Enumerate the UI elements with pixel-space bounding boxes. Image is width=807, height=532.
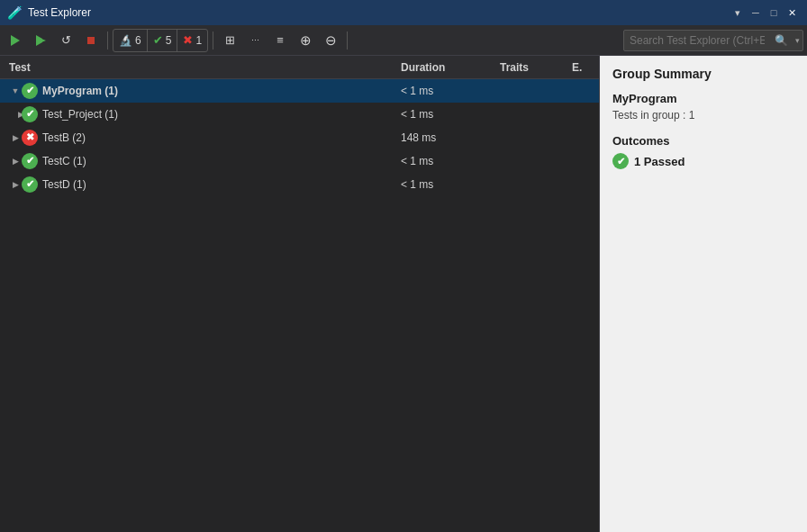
summary-outcome-item: ✔ 1 Passed: [612, 153, 794, 169]
status-icon-passed: ✔: [22, 106, 38, 122]
expand-icon[interactable]: ▼: [9, 85, 22, 97]
test-name: TestC (1): [42, 155, 401, 167]
table-row[interactable]: ▶ ✔ TestC (1) < 1 ms: [0, 149, 599, 173]
table-row[interactable]: ▶ ✖ TestB (2) 148 ms: [0, 126, 599, 149]
toolbar: ↺ 🔬 6 ✔ 5 ✖ 1 ⊞ ⋯ ≡ ⊕ ⊖: [0, 25, 807, 56]
test-panel: Test Duration Traits E. ▼ ✔ MyProgram (1…: [0, 56, 600, 532]
outcome-passed-text: 1 Passed: [634, 155, 685, 168]
search-icon-button[interactable]: 🔍: [770, 34, 793, 47]
search-box: 🔍 ▾: [623, 30, 803, 51]
svg-marker-0: [11, 35, 20, 46]
separator-1: [107, 32, 108, 50]
stop-button[interactable]: [79, 29, 103, 52]
expand-icon[interactable]: ▶: [9, 131, 22, 144]
col-header-duration: Duration: [401, 61, 500, 74]
test-duration: 148 ms: [401, 131, 500, 144]
remove-button[interactable]: ⊖: [319, 29, 342, 52]
main-content: Test Duration Traits E. ▼ ✔ MyProgram (1…: [0, 56, 807, 532]
col-header-test: Test: [0, 61, 401, 74]
minimize-button[interactable]: ─: [748, 5, 764, 21]
total-count: 6: [135, 34, 141, 47]
maximize-button[interactable]: □: [766, 5, 782, 21]
flask-icon: 🔬: [119, 34, 132, 47]
table-row[interactable]: ▶ ✔ Test_Project (1) < 1 ms: [0, 103, 599, 126]
status-icon-passed: ✔: [22, 83, 38, 99]
test-duration: < 1 ms: [401, 108, 500, 121]
status-icon-failed: ✖: [22, 130, 38, 146]
test-name: TestB (2): [42, 131, 401, 144]
passed-icon: ✔: [153, 33, 163, 47]
run-all-button[interactable]: [4, 29, 27, 52]
col-header-e: E.: [572, 61, 599, 74]
expand-icon[interactable]: ▶: [9, 155, 22, 167]
test-name: Test_Project (1): [42, 108, 401, 121]
dropdown-arrow-btn[interactable]: ▾: [730, 5, 746, 21]
title-bar-left: 🧪 Test Explorer: [7, 5, 91, 20]
table-row[interactable]: ▼ ✔ MyProgram (1) < 1 ms: [0, 79, 599, 103]
run-button[interactable]: [29, 29, 52, 52]
status-icon-passed: ✔: [22, 153, 38, 169]
svg-marker-2: [41, 39, 46, 42]
test-duration: < 1 ms: [401, 155, 500, 167]
app-icon: 🧪: [7, 5, 23, 20]
group-button[interactable]: ⊞: [218, 29, 241, 52]
summary-title: Group Summary: [612, 67, 794, 81]
search-input[interactable]: [624, 34, 770, 47]
test-list: ▼ ✔ MyProgram (1) < 1 ms ▶ ✔ Test_Projec…: [0, 79, 599, 532]
rerun-button[interactable]: ↺: [54, 29, 77, 52]
separator-3: [347, 32, 348, 50]
filter-group: 🔬 6 ✔ 5 ✖ 1: [113, 29, 208, 52]
summary-group-name: MyProgram: [612, 92, 794, 105]
title-bar: 🧪 Test Explorer ▾ ─ □ ✕: [0, 0, 807, 25]
table-row[interactable]: ▶ ✔ TestD (1) < 1 ms: [0, 173, 599, 196]
window-title: Test Explorer: [28, 6, 91, 19]
passed-count: 5: [166, 34, 172, 47]
summary-outcomes-title: Outcomes: [612, 134, 794, 148]
add-button[interactable]: ⊕: [294, 29, 317, 52]
test-duration: < 1 ms: [401, 85, 500, 97]
sort-button[interactable]: ≡: [268, 29, 292, 52]
test-name: TestD (1): [42, 178, 401, 191]
failed-icon: ✖: [183, 33, 193, 47]
summary-panel: Group Summary MyProgram Tests in group :…: [600, 56, 807, 532]
expand-icon[interactable]: ▶: [9, 178, 22, 191]
outcome-passed-icon: ✔: [612, 153, 629, 169]
close-button[interactable]: ✕: [784, 5, 800, 21]
passed-count-button[interactable]: ✔ 5: [148, 30, 178, 51]
summary-tests-label: Tests in group : 1: [612, 109, 794, 122]
window-controls: ▾ ─ □ ✕: [730, 5, 800, 21]
expand-icon[interactable]: ▶: [9, 108, 22, 121]
col-header-traits: Traits: [500, 61, 572, 74]
test-name: MyProgram (1): [42, 85, 401, 97]
total-count-button[interactable]: 🔬 6: [113, 30, 148, 51]
search-dropdown-button[interactable]: ▾: [793, 36, 802, 45]
more-button[interactable]: ⋯: [243, 29, 267, 52]
test-duration: < 1 ms: [401, 178, 500, 191]
svg-rect-3: [87, 37, 95, 44]
failed-count: 1: [195, 34, 202, 47]
separator-2: [213, 32, 213, 50]
svg-marker-1: [36, 35, 42, 46]
status-icon-passed: ✔: [22, 176, 38, 193]
column-headers: Test Duration Traits E.: [0, 56, 599, 79]
failed-count-button[interactable]: ✖ 1: [177, 30, 207, 51]
